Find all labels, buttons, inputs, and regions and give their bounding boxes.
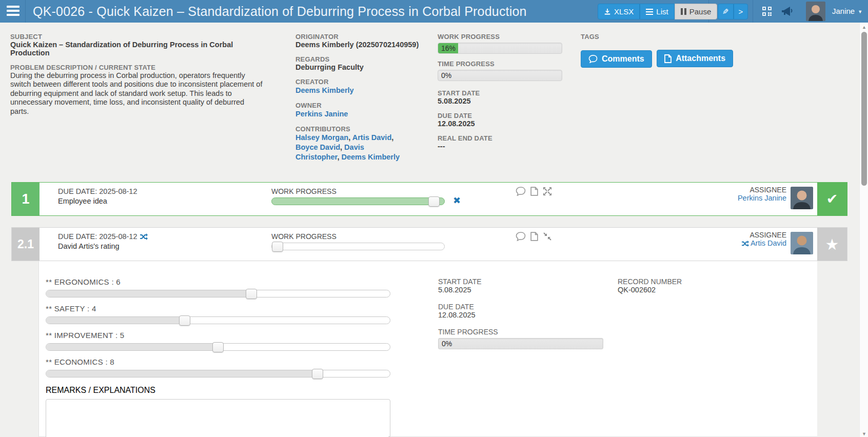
detail-start-date-value: 5.08.2025 <box>438 286 607 294</box>
rating-row: ** ERGONOMICS : 6 <box>46 277 390 297</box>
top-navbar: QK-0026 - Quick Kaizen – Standardization… <box>0 0 868 23</box>
assignee-avatar[interactable] <box>791 232 813 254</box>
list-view-button[interactable]: List <box>640 4 674 19</box>
rating-slider[interactable] <box>46 343 390 351</box>
task-progress-slider[interactable] <box>271 197 445 205</box>
regards-value: Deburrging Faculty <box>295 63 426 71</box>
contributors-label: CONTRIBUTORS <box>295 125 406 133</box>
creator-link[interactable]: Deems Kimberly <box>295 86 354 94</box>
owner-label: OWNER <box>295 102 426 109</box>
rating-label: ** IMPROVEMENT : 5 <box>46 331 390 340</box>
rating-row: ** ECONOMICS : 8 <box>46 357 390 378</box>
file-icon[interactable] <box>530 232 538 243</box>
task-number-badge: 1 <box>12 183 40 215</box>
rating-slider[interactable] <box>46 290 390 297</box>
record-number-label: RECORD NUMBER <box>618 277 746 286</box>
attachments-button[interactable]: Attachments <box>657 50 733 67</box>
remarks-textarea[interactable] <box>46 399 390 437</box>
scrollbar-thumb[interactable] <box>861 32 867 186</box>
expand-icon[interactable] <box>543 187 552 198</box>
due-date-label: DUE DATE <box>438 112 563 120</box>
detail-time-progress-bar: 0% <box>438 338 603 349</box>
rating-slider[interactable] <box>46 316 390 324</box>
rating-row: ** SAFETY : 4 <box>46 304 390 324</box>
task-row: 1 DUE DATE: 2025-08-12 Employee idea WOR… <box>11 182 847 216</box>
pause-button[interactable]: Pause <box>675 4 718 19</box>
assignee-label: ASSIGNEE <box>741 231 786 239</box>
due-date-value: 12.08.2025 <box>438 120 563 128</box>
task-due-date: DUE DATE: 2025-08-12 <box>58 232 148 242</box>
vertical-scrollbar[interactable]: ▲ ▼ <box>859 23 868 437</box>
rating-slider[interactable] <box>46 370 390 378</box>
assignee-link[interactable]: Perkins Janine <box>738 194 786 202</box>
task-row: 2.1 DUE DATE: 2025-08-12 David Artis's r… <box>11 227 847 261</box>
task-detail-panel: ** ERGONOMICS : 6 ** SAFETY : 4 ** IMPRO… <box>38 261 817 437</box>
slider-thumb[interactable] <box>179 315 190 326</box>
task-progress-slider[interactable] <box>271 243 445 250</box>
subject-label: SUBJECT <box>10 33 264 41</box>
xlsx-export-button[interactable]: XLSX <box>598 4 640 19</box>
task-done-check-icon[interactable]: ✔ <box>817 183 847 215</box>
problem-text: During the deburring process in Corbal p… <box>10 71 264 116</box>
contributor-link[interactable]: Deems Kimberly <box>341 153 400 161</box>
comment-icon[interactable] <box>516 232 526 243</box>
list-icon <box>646 9 653 15</box>
rating-label: ** SAFETY : 4 <box>46 304 390 313</box>
slider-thumb[interactable] <box>272 242 283 252</box>
contributor-link[interactable]: Artis David <box>352 133 392 142</box>
time-progress-label: TIME PROGRESS <box>438 60 563 68</box>
comments-button[interactable]: Comments <box>581 50 652 68</box>
detail-time-progress-label: TIME PROGRESS <box>438 328 607 336</box>
slider-thumb[interactable] <box>312 369 323 379</box>
tags-section: TAGS Comments Attachments <box>581 33 745 68</box>
slider-thumb[interactable] <box>212 342 224 352</box>
regards-label: REGARDS <box>295 55 426 63</box>
real-end-date-value: --- <box>438 142 563 150</box>
comment-icon <box>588 55 598 63</box>
task-work-progress-label: WORK PROGRESS <box>271 187 337 195</box>
collapse-icon[interactable] <box>543 232 552 243</box>
edit-button[interactable]: ✎ <box>718 4 734 19</box>
people-section: ORIGINATOR Deems Kimberly (2025070214095… <box>295 33 426 169</box>
file-icon[interactable] <box>530 187 538 198</box>
comment-icon[interactable] <box>516 187 526 198</box>
assignee-link[interactable]: Artis David <box>741 239 786 248</box>
owner-link[interactable]: Perkins Janine <box>295 110 348 118</box>
download-icon <box>604 8 611 15</box>
slider-thumb[interactable] <box>246 289 257 299</box>
user-menu[interactable]: Janine▼ <box>832 0 862 23</box>
user-avatar[interactable] <box>806 2 825 21</box>
time-progress-bar: 0% <box>438 70 562 81</box>
task-due-date: DUE DATE: 2025-08-12 <box>58 187 137 195</box>
pencil-icon: ✎ <box>722 7 729 16</box>
next-button[interactable]: > <box>734 4 748 19</box>
page-title: QK-0026 - Quick Kaizen – Standardization… <box>33 0 527 23</box>
edit-group: ✎ > <box>718 4 748 19</box>
task-favorite-star-icon[interactable]: ★ <box>817 228 847 261</box>
scroll-down-icon[interactable]: ▼ <box>860 431 868 436</box>
detail-due-date-label: DUE DATE <box>438 303 607 311</box>
assignee-avatar[interactable] <box>791 187 813 209</box>
real-end-date-label: REAL END DATE <box>438 134 563 142</box>
qr-code-icon[interactable] <box>762 7 772 18</box>
contributor-link[interactable]: Halsey Morgan <box>295 133 348 142</box>
detail-due-date-value: 12.08.2025 <box>438 311 607 319</box>
announcement-megaphone-icon[interactable] <box>781 6 793 19</box>
record-number-value: QK-002602 <box>618 286 746 294</box>
record-number-section: RECORD NUMBER QK-002602 <box>618 277 746 294</box>
rating-label: ** ECONOMICS : 8 <box>46 357 390 366</box>
ratings-section: ** ERGONOMICS : 6 ** SAFETY : 4 ** IMPRO… <box>46 277 390 437</box>
slider-thumb[interactable] <box>428 196 440 207</box>
clear-progress-icon[interactable]: ✖ <box>453 195 461 206</box>
menu-icon[interactable] <box>0 0 26 23</box>
detail-start-date-label: START DATE <box>438 277 607 286</box>
contributor-link[interactable]: Boyce David <box>295 143 340 151</box>
tags-label: TAGS <box>581 33 745 41</box>
scroll-up-icon[interactable]: ▲ <box>860 25 868 30</box>
file-icon <box>664 54 672 63</box>
start-date-label: START DATE <box>438 89 563 97</box>
subject-value: Quick Kaizen – Standardization of Deburr… <box>10 41 264 57</box>
shuffle-icon <box>140 233 148 242</box>
remarks-label: REMARKS / EXPLANATIONS <box>46 386 390 395</box>
task-number-badge: 2.1 <box>12 228 40 261</box>
